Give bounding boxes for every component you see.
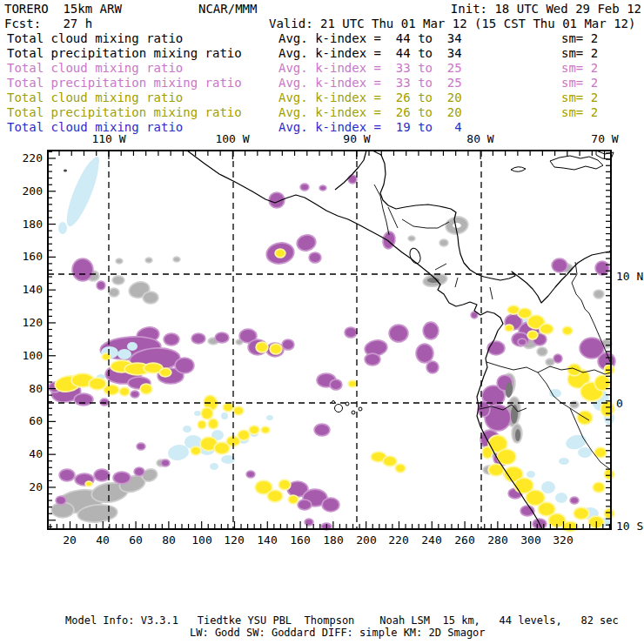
mixing-ratio-blob-yellow bbox=[202, 408, 212, 419]
mixing-ratio-blob-gray bbox=[538, 348, 547, 355]
mixing-ratio-blob-gray bbox=[409, 237, 414, 240]
mixing-ratio-blob-yellow bbox=[141, 385, 151, 393]
x-gridpoint-label: 200 bbox=[356, 533, 376, 547]
galapagos-island bbox=[332, 401, 335, 404]
y-gridpoint-label: 80 bbox=[29, 382, 43, 395]
mixing-ratio-blob-yellow bbox=[257, 343, 267, 352]
galapagos-island bbox=[335, 405, 343, 413]
x-gridpoint-label: 80 bbox=[162, 533, 176, 547]
mixing-ratio-blob-gray bbox=[594, 291, 603, 298]
mixing-ratio-blob-yellow bbox=[508, 306, 519, 313]
island-outline bbox=[511, 167, 526, 172]
mixing-ratio-blob-yellow bbox=[539, 503, 554, 515]
mixing-ratio-blob-yellow bbox=[86, 482, 91, 486]
mixing-ratio-blob-yellow bbox=[396, 465, 405, 472]
y-gridpoint-label: 20 bbox=[29, 480, 43, 493]
legend-kindex: Avg. k-index = 33 to 25 bbox=[278, 62, 462, 75]
x-gridpoint-label: 140 bbox=[257, 533, 277, 547]
galapagos-island bbox=[352, 411, 355, 414]
mixing-ratio-blob-yellow bbox=[104, 386, 118, 394]
mixing-ratio-blob-yellow bbox=[605, 470, 614, 479]
y-gridpoint-label: 60 bbox=[29, 414, 43, 427]
mixing-ratio-blob-yellow bbox=[574, 508, 588, 519]
x-gridpoint-label: 180 bbox=[323, 533, 343, 547]
country-border bbox=[388, 207, 398, 228]
x-gridpoint-label: 60 bbox=[129, 533, 143, 547]
country-border bbox=[490, 287, 493, 299]
mixing-ratio-blob-yellow bbox=[506, 325, 513, 331]
mixing-ratio-blob-yellow bbox=[527, 491, 544, 505]
mixing-ratio-blob-purple bbox=[366, 354, 379, 365]
mixing-ratio-blob-yellow bbox=[289, 496, 298, 503]
y-gridpoint-label: 160 bbox=[23, 250, 43, 263]
mixing-ratio-blob-cyan bbox=[555, 493, 567, 503]
model-info-line: Model Info: V3.3.1 Tiedtke YSU PBL Thomp… bbox=[65, 614, 619, 627]
init-time: Init: 18 UTC Wed 29 Feb 12 bbox=[451, 3, 641, 16]
mixing-ratio-blob-yellow bbox=[224, 404, 232, 411]
country-border bbox=[435, 264, 446, 270]
mixing-ratio-blob-yellow bbox=[498, 450, 515, 464]
longitude-label: 90 W bbox=[343, 132, 370, 145]
mixing-ratio-blob-yellow bbox=[276, 250, 285, 257]
mixing-ratio-blob-yellow bbox=[120, 388, 129, 395]
mixing-ratio-blob-yellow bbox=[519, 309, 531, 318]
mixing-ratio-blob-yellow bbox=[238, 431, 249, 439]
longitude-label: 80 W bbox=[466, 132, 493, 145]
x-gridpoint-label: 160 bbox=[290, 533, 310, 547]
y-gridpoint-label: 100 bbox=[23, 349, 43, 362]
mixing-ratio-blob-purple bbox=[97, 282, 104, 289]
mixing-ratio-blob-yellow bbox=[268, 491, 282, 501]
mixing-ratio-blob-cyan bbox=[266, 415, 273, 420]
legend-label: Total cloud mixing ratio bbox=[7, 91, 183, 104]
mixing-ratio-blob-purple bbox=[296, 234, 316, 252]
x-gridpoint-label: 40 bbox=[96, 533, 110, 547]
mixing-ratio-blob-purple bbox=[345, 328, 356, 337]
mixing-ratio-blob-cyan bbox=[194, 411, 201, 416]
mixing-ratio-blob-darkgray bbox=[515, 429, 520, 441]
x-gridpoint-label: 260 bbox=[454, 533, 474, 547]
legend-sm: sm= 2 bbox=[561, 62, 598, 75]
mixing-ratio-blob-white bbox=[453, 223, 461, 228]
mixing-ratio-blob-yellow bbox=[605, 509, 614, 518]
latitude-label: 10 S bbox=[616, 520, 643, 533]
mixing-ratio-blob-yellow bbox=[250, 426, 258, 433]
mixing-ratio-blob-purple bbox=[135, 468, 144, 475]
physics-info-line: LW: Godd SW: Goddard DIFF: simple KM: 2D… bbox=[190, 627, 486, 639]
y-gridpoint-label: 200 bbox=[23, 184, 43, 198]
mixing-ratio-blob-speck bbox=[64, 170, 67, 172]
legend-sm: sm= 2 bbox=[561, 77, 598, 90]
mixing-ratio-blob-yellow bbox=[191, 447, 200, 454]
mixing-ratio-blob-gray bbox=[440, 240, 447, 245]
mixing-ratio-blob-purple bbox=[131, 392, 138, 397]
x-gridpoint-label: 100 bbox=[191, 533, 211, 547]
mixing-ratio-blob-cyan bbox=[58, 222, 67, 234]
y-gridpoint-label: 180 bbox=[23, 218, 43, 231]
country-border bbox=[486, 362, 538, 372]
mixing-ratio-blob-yellow bbox=[234, 407, 243, 414]
mixing-ratio-blob-purple bbox=[519, 339, 526, 345]
legend-label: Total cloud mixing ratio bbox=[7, 32, 183, 45]
mixing-ratio-blob-gray bbox=[117, 259, 122, 263]
mixing-ratio-blob-purple bbox=[299, 500, 311, 509]
galapagos-island bbox=[359, 407, 362, 411]
mixing-ratio-blob-yellow bbox=[568, 365, 580, 375]
fcst-hour: Fcst: 27 h bbox=[4, 17, 92, 30]
mixing-ratio-blob-cyan bbox=[183, 426, 191, 433]
longitude-label: 70 W bbox=[591, 132, 618, 145]
mixing-ratio-blob-yellow bbox=[594, 483, 604, 492]
mixing-ratio-blob-cyan bbox=[221, 413, 228, 419]
model-title: TORERO 15km ARW bbox=[4, 3, 122, 16]
legend-kindex: Avg. k-index = 33 to 25 bbox=[278, 77, 462, 90]
legend-sm: sm= 2 bbox=[561, 47, 598, 60]
mixing-ratio-blob-purple bbox=[427, 362, 438, 372]
island-outline bbox=[550, 156, 603, 170]
mixing-ratio-blob-gray bbox=[144, 292, 158, 303]
y-gridpoint-label: 140 bbox=[23, 283, 43, 296]
x-gridpoint-label: 120 bbox=[224, 533, 244, 547]
legend-label: Total cloud mixing ratio bbox=[7, 62, 183, 75]
center-name: NCAR/MMM bbox=[198, 3, 257, 16]
mixing-ratio-blob-yellow bbox=[90, 379, 105, 389]
legend-label: Total precipitation mixing ratio bbox=[7, 106, 242, 119]
galapagos-island bbox=[345, 402, 349, 406]
mixing-ratio-blob-gray bbox=[146, 258, 151, 262]
